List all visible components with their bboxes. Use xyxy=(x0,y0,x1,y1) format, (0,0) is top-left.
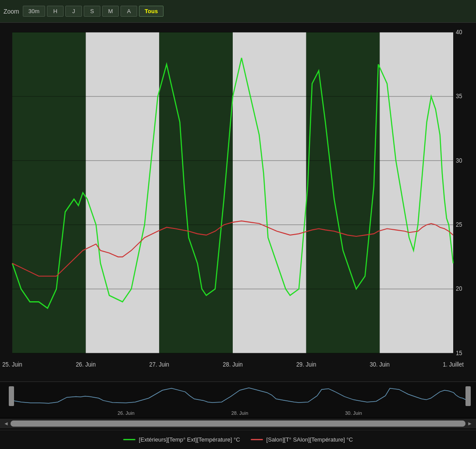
svg-text:29. Juin: 29. Juin xyxy=(296,361,316,368)
svg-text:28. Juin: 28. Juin xyxy=(231,410,249,416)
nav-scroll-right-button[interactable]: ► xyxy=(465,420,474,427)
legend-item: [Extérieurs][Temp° Ext][Température] °C xyxy=(123,436,240,443)
zoom-label: Zoom xyxy=(4,8,19,15)
zoom-btn-30m[interactable]: 30m xyxy=(23,6,45,17)
svg-rect-3 xyxy=(233,32,306,353)
svg-text:1. Juillet: 1. Juillet xyxy=(443,361,464,368)
nav-track xyxy=(11,420,465,427)
nav-right-handle[interactable] xyxy=(465,386,471,406)
svg-text:20: 20 xyxy=(456,285,462,292)
svg-text:27. Juin: 27. Juin xyxy=(149,361,170,368)
legend-line xyxy=(251,439,263,440)
svg-text:30. Juin: 30. Juin xyxy=(345,410,362,416)
svg-rect-5 xyxy=(380,32,453,353)
svg-text:35: 35 xyxy=(456,93,462,100)
navigator-svg: 26. Juin28. Juin30. Juin xyxy=(0,382,476,417)
zoom-btn-s[interactable]: S xyxy=(84,6,100,17)
chart-svg: 40353025201525. Juin26. Juin27. Juin28. … xyxy=(0,23,476,381)
chart-area: 40353025201525. Juin26. Juin27. Juin28. … xyxy=(0,23,476,381)
legend-label: [Salon][T° SAlon][Température] °C xyxy=(266,436,353,443)
zoom-btn-tous[interactable]: Tous xyxy=(139,6,163,17)
nav-thumb[interactable] xyxy=(11,420,465,427)
legend-label: [Extérieurs][Temp° Ext][Température] °C xyxy=(139,436,240,443)
main-chart-container: 40353025201525. Juin26. Juin27. Juin28. … xyxy=(0,23,476,449)
svg-rect-4 xyxy=(306,32,380,353)
app: Zoom 30mHJSMATous 40353025201525. Juin26… xyxy=(0,0,476,449)
zoom-btn-m[interactable]: M xyxy=(102,6,119,17)
svg-text:30. Juin: 30. Juin xyxy=(370,361,390,368)
svg-text:40: 40 xyxy=(456,29,462,36)
zoom-btn-a[interactable]: A xyxy=(121,6,137,17)
toolbar: Zoom 30mHJSMATous xyxy=(0,0,476,23)
zoom-btn-j[interactable]: J xyxy=(65,6,82,17)
nav-scrollbar: ◄ ► xyxy=(0,419,476,428)
nav-scroll-left-button[interactable]: ◄ xyxy=(2,420,11,427)
svg-text:28. Juin: 28. Juin xyxy=(223,361,243,368)
svg-text:25: 25 xyxy=(456,221,462,228)
nav-left-handle[interactable] xyxy=(9,386,14,406)
legend-item: [Salon][T° SAlon][Température] °C xyxy=(251,436,353,443)
legend: [Extérieurs][Temp° Ext][Température] °C[… xyxy=(0,430,476,449)
zoom-btn-h[interactable]: H xyxy=(47,6,64,17)
legend-line xyxy=(123,439,135,440)
svg-text:26. Juin: 26. Juin xyxy=(117,410,135,416)
navigator: 26. Juin28. Juin30. Juin ◄ ► xyxy=(0,381,476,430)
svg-text:15: 15 xyxy=(456,349,462,356)
svg-text:30: 30 xyxy=(456,157,462,164)
svg-text:25. Juin: 25. Juin xyxy=(2,361,22,368)
svg-text:26. Juin: 26. Juin xyxy=(76,361,96,368)
